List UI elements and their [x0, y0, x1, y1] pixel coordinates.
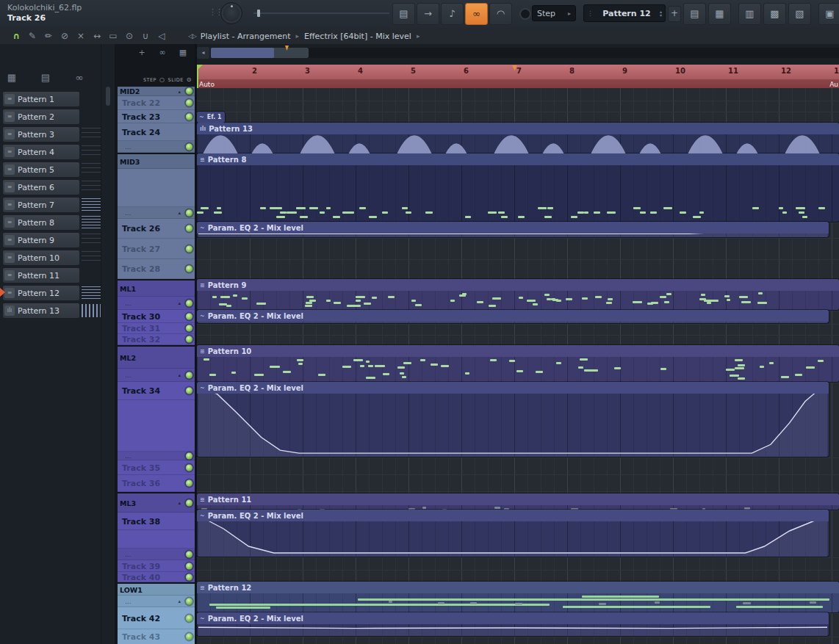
- track-more[interactable]: ...: [118, 141, 195, 153]
- pattern-item-8[interactable]: ≡Pattern 8: [1, 214, 101, 231]
- pattern-item-10[interactable]: ≡Pattern 10: [1, 249, 101, 267]
- group-link-icon[interactable]: ∞: [156, 48, 168, 57]
- track-track-22[interactable]: Track 22: [118, 96, 195, 110]
- track-led[interactable]: [186, 372, 192, 378]
- typing-keyboard-button[interactable]: ▤: [392, 3, 415, 25]
- track-track-23[interactable]: Track 23: [118, 110, 195, 123]
- track-track-31[interactable]: Track 31: [118, 323, 195, 334]
- scrollbar-thumb[interactable]: [211, 48, 309, 58]
- step-jump-button[interactable]: →: [417, 3, 439, 25]
- track-spacer[interactable]: [118, 400, 195, 452]
- track-led[interactable]: [186, 336, 192, 343]
- track-track-28[interactable]: Track 28: [118, 259, 195, 279]
- track-more[interactable]: ...▴: [118, 596, 195, 607]
- channel-rack-button[interactable]: ▥: [738, 3, 761, 25]
- track-track-24[interactable]: Track 24: [118, 123, 195, 141]
- track-led[interactable]: [186, 209, 192, 216]
- collapse-arrow-icon[interactable]: ▴: [178, 88, 181, 94]
- track-track-35[interactable]: Track 35: [118, 460, 195, 475]
- track-led[interactable]: [186, 615, 192, 621]
- pattern-clip[interactable]: ≡Pattern 12: [197, 582, 839, 612]
- track-group-ml1[interactable]: ML1: [118, 279, 195, 297]
- pattern-selector[interactable]: ⋮ Pattern 12 ▴ ▾: [583, 4, 666, 22]
- track-led[interactable]: [186, 100, 192, 106]
- collapse-arrow-icon[interactable]: ▴: [178, 500, 181, 506]
- track-group-mid3[interactable]: MID3: [118, 153, 195, 169]
- mixer-button[interactable]: ▩: [763, 3, 786, 25]
- track-track-42[interactable]: Track 42: [118, 607, 195, 629]
- automation-clip[interactable]: ~Param. EQ 2 - Mix level: [197, 612, 829, 636]
- paint-tool[interactable]: ✏: [43, 31, 54, 41]
- grid-view-icon[interactable]: ▦: [177, 48, 189, 57]
- automation-clip[interactable]: ~Param. EQ 2 - Mix level: [197, 382, 829, 457]
- pattern-clip[interactable]: ≡Pattern 9: [197, 279, 839, 310]
- scroll-left-button[interactable]: ◂: [197, 47, 209, 59]
- mute-tool[interactable]: ×: [75, 31, 87, 41]
- pattern-clip[interactable]: ılıPattern 13: [197, 123, 839, 154]
- timeline-ruler[interactable]: Auto Au 2345678910111213: [197, 65, 839, 88]
- track-track-26[interactable]: Track 26: [118, 219, 195, 239]
- playlist-button[interactable]: ▤: [683, 3, 706, 25]
- track-led[interactable]: [186, 574, 192, 580]
- breadcrumb-playlist[interactable]: Playlist - Arrangement: [201, 32, 291, 41]
- track-led[interactable]: [186, 143, 192, 150]
- pattern-spinner[interactable]: ▴ ▾: [660, 10, 662, 17]
- track-track-27[interactable]: Track 27: [118, 239, 195, 259]
- collapse-arrow-icon[interactable]: ▴: [178, 210, 181, 216]
- track-track-30[interactable]: Track 30: [118, 310, 195, 323]
- pattern-item-1[interactable]: ≡Pattern 1: [1, 90, 101, 108]
- clip-area[interactable]: ~Ef. 1ılıPattern 13≡Pattern 8~Param. EQ …: [197, 88, 839, 644]
- track-track-34[interactable]: Track 34: [118, 382, 195, 400]
- track-led[interactable]: [186, 300, 192, 306]
- track-led[interactable]: [186, 634, 192, 640]
- hat-slide-button[interactable]: ◠: [489, 3, 512, 25]
- track-spacer[interactable]: [118, 530, 195, 549]
- pattern-scrollbar-column[interactable]: [101, 44, 115, 644]
- pattern-item-7[interactable]: ≡Pattern 7: [1, 196, 101, 214]
- pattern-clip[interactable]: ≡Pattern 8: [197, 153, 839, 222]
- slider-handle[interactable]: [257, 10, 260, 17]
- automation-clip[interactable]: ~Param. EQ 2 - Mix level: [197, 510, 829, 557]
- track-group-mid2[interactable]: MID2▴: [118, 87, 195, 96]
- track-led[interactable]: [186, 480, 192, 487]
- draw-tool[interactable]: ✎: [26, 31, 38, 41]
- pattern-item-13[interactable]: ılıPattern 13: [1, 302, 101, 319]
- track-led[interactable]: [186, 388, 192, 394]
- steps-view-button[interactable]: ▦: [6, 72, 18, 83]
- track-led[interactable]: [186, 499, 192, 506]
- step-toggle[interactable]: ○: [159, 76, 165, 83]
- pattern-item-6[interactable]: ≡Pattern 6: [1, 178, 101, 196]
- track-led[interactable]: [186, 313, 192, 319]
- add-pattern-button[interactable]: +: [668, 6, 681, 22]
- slide-toggle[interactable]: ⊙: [187, 76, 192, 83]
- keys-view-button[interactable]: ▤: [40, 72, 51, 83]
- mini-knob[interactable]: [519, 8, 531, 20]
- pattern-item-3[interactable]: ≡Pattern 3: [1, 126, 101, 143]
- note-button[interactable]: ♪: [441, 3, 464, 25]
- plugin-picker-button[interactable]: ▣: [818, 3, 839, 25]
- fl-assist-icon[interactable]: ∩: [10, 31, 22, 41]
- automation-clip[interactable]: ~Ef. 1: [197, 112, 225, 123]
- step-mode-dropdown[interactable]: Step ▸: [532, 5, 576, 21]
- playhead-flag-icon[interactable]: [197, 65, 203, 70]
- track-more[interactable]: ...: [118, 452, 195, 460]
- zoom-tool[interactable]: ⊙: [123, 31, 135, 41]
- track-track-38[interactable]: Track 38: [118, 513, 195, 530]
- track-group-low1[interactable]: LOW1: [118, 582, 195, 596]
- pattern-item-5[interactable]: ≡Pattern 5: [1, 161, 101, 178]
- track-led[interactable]: [186, 266, 192, 272]
- collapse-arrow-icon[interactable]: ▴: [178, 300, 181, 306]
- track-led[interactable]: [186, 452, 192, 459]
- track-group-ml3[interactable]: ML3▴: [118, 492, 195, 513]
- track-led[interactable]: [186, 88, 192, 95]
- track-led[interactable]: [186, 598, 192, 604]
- piano-roll-button[interactable]: ▦: [708, 3, 731, 25]
- collapse-arrow-icon[interactable]: ▴: [178, 372, 181, 378]
- pattern-item-11[interactable]: ≡Pattern 11: [1, 267, 101, 284]
- track-more[interactable]: ...: [118, 549, 195, 560]
- link-view-button[interactable]: ∞: [73, 72, 85, 83]
- track-track-36[interactable]: Track 36: [118, 475, 195, 492]
- pattern-item-2[interactable]: ≡Pattern 2: [1, 108, 101, 126]
- track-led[interactable]: [186, 464, 192, 471]
- pattern-item-4[interactable]: ≡Pattern 4: [1, 143, 101, 161]
